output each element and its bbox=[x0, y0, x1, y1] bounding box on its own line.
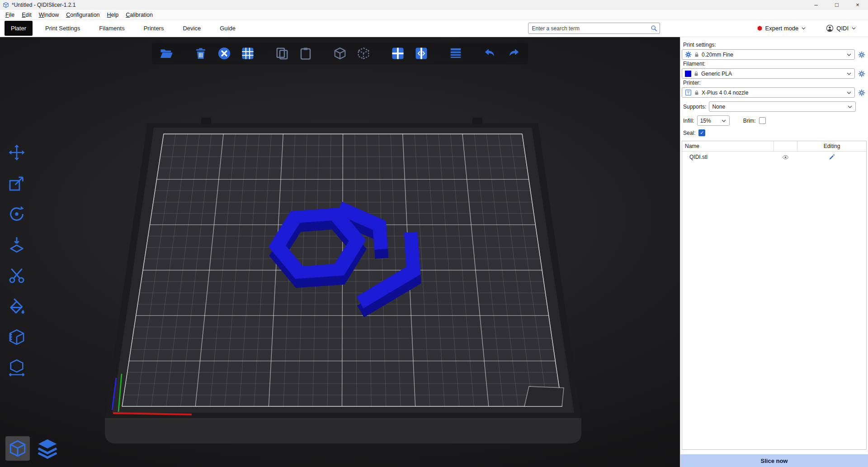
brim-checkbox[interactable] bbox=[759, 117, 766, 124]
object-row[interactable]: QIDI.stl bbox=[682, 152, 866, 162]
tab-device[interactable]: Device bbox=[176, 20, 207, 37]
object-list-header: Name Editing bbox=[682, 141, 866, 152]
maximize-button[interactable]: □ bbox=[826, 0, 847, 10]
close-button[interactable]: × bbox=[847, 0, 868, 10]
view-3d-editor-button[interactable] bbox=[5, 436, 30, 461]
split-parts-icon bbox=[415, 47, 428, 60]
column-editing: Editing bbox=[797, 141, 866, 151]
mode-selector[interactable]: Expert mode bbox=[757, 25, 807, 32]
search-icon[interactable] bbox=[651, 25, 657, 32]
variable-layer-height-button[interactable] bbox=[448, 45, 464, 62]
chevron-down-icon bbox=[846, 52, 852, 57]
x-circle-icon bbox=[217, 47, 231, 60]
place-on-face-button[interactable] bbox=[6, 234, 27, 255]
object-name: QIDI.stl bbox=[682, 154, 774, 160]
seal-label: Seal: bbox=[683, 130, 695, 136]
tab-filaments[interactable]: Filaments bbox=[93, 20, 131, 37]
measure-button[interactable] bbox=[6, 357, 27, 378]
layers-stack-icon bbox=[35, 436, 60, 461]
main-area: Print settings: 0.20mm Fine Filament: bbox=[0, 37, 868, 467]
column-visibility bbox=[774, 141, 797, 151]
add-instance-button[interactable] bbox=[332, 45, 348, 62]
seal-checkbox[interactable] bbox=[698, 129, 705, 136]
qidislicer-window: *Untitled - QIDISlicer-1.2.1 – □ × File … bbox=[0, 0, 868, 467]
split-to-objects-button[interactable] bbox=[390, 45, 406, 62]
flatten-icon bbox=[8, 236, 26, 254]
delete-button[interactable] bbox=[193, 45, 209, 62]
tab-print-settings[interactable]: Print Settings bbox=[39, 20, 86, 37]
filament-gear-button[interactable] bbox=[857, 69, 867, 79]
infill-select[interactable]: 15% bbox=[697, 115, 730, 126]
undo-button[interactable] bbox=[482, 45, 498, 62]
open-file-button[interactable] bbox=[158, 45, 175, 62]
filament-color-swatch bbox=[685, 71, 691, 77]
tab-guide[interactable]: Guide bbox=[213, 20, 242, 37]
print-settings-select[interactable]: 0.20mm Fine bbox=[682, 49, 855, 60]
print-settings-label: Print settings: bbox=[683, 42, 867, 48]
chevron-down-icon bbox=[846, 71, 852, 76]
slice-now-button[interactable]: Slice now bbox=[680, 454, 868, 467]
split-to-parts-button[interactable] bbox=[413, 45, 429, 62]
edit-icon[interactable] bbox=[828, 154, 835, 161]
account-icon bbox=[826, 24, 834, 32]
3d-scene-canvas[interactable] bbox=[0, 37, 680, 467]
lock-icon bbox=[694, 52, 699, 57]
filament-value: Generic PLA bbox=[701, 71, 844, 77]
print-settings-gear-button[interactable] bbox=[857, 50, 867, 60]
delete-all-button[interactable] bbox=[216, 45, 232, 62]
menu-calibration[interactable]: Calibration bbox=[122, 11, 156, 19]
menubar: File Edit Window Configuration Help Cali… bbox=[0, 10, 868, 20]
titlebar: *Untitled - QIDISlicer-1.2.1 – □ × bbox=[0, 0, 868, 10]
account-menu[interactable]: QIDI bbox=[826, 24, 856, 32]
menu-edit[interactable]: Edit bbox=[18, 11, 35, 19]
rotate-button[interactable] bbox=[6, 204, 27, 224]
chevron-down-icon bbox=[801, 26, 806, 31]
printer-select[interactable]: X-Plus 4 0.4 nozzle bbox=[682, 87, 855, 98]
move-button[interactable] bbox=[6, 142, 27, 163]
supports-select[interactable]: None bbox=[709, 101, 856, 112]
3d-cube-icon bbox=[8, 439, 27, 458]
mode-label: Expert mode bbox=[765, 25, 799, 32]
infill-value: 15% bbox=[700, 118, 719, 124]
search-input[interactable] bbox=[528, 23, 660, 34]
filament-select[interactable]: Generic PLA bbox=[682, 68, 855, 79]
chevron-down-icon bbox=[851, 26, 856, 31]
view-preview-button[interactable] bbox=[35, 436, 60, 461]
chevron-down-icon bbox=[721, 118, 726, 124]
sidebar: Print settings: 0.20mm Fine Filament: bbox=[680, 37, 868, 467]
tab-plater[interactable]: Plater bbox=[5, 21, 33, 36]
menu-file[interactable]: File bbox=[2, 11, 18, 19]
copy-icon bbox=[275, 47, 289, 60]
redo-button[interactable] bbox=[505, 45, 522, 62]
view-toggle-bar bbox=[5, 436, 60, 461]
paint-bucket-icon bbox=[8, 297, 26, 315]
seam-paint-button[interactable] bbox=[6, 296, 27, 317]
lock-icon bbox=[694, 90, 699, 95]
paste-button[interactable] bbox=[297, 45, 314, 62]
undo-icon bbox=[483, 47, 497, 60]
bed-corner-notch bbox=[524, 386, 564, 406]
copy-button[interactable] bbox=[274, 45, 290, 62]
cut-button[interactable] bbox=[6, 265, 27, 286]
printer-gear-button[interactable] bbox=[857, 88, 867, 98]
infill-label: Infill: bbox=[683, 118, 694, 124]
add-instance-cube-icon bbox=[333, 47, 347, 60]
printer-label: Printer: bbox=[683, 80, 867, 86]
remove-instance-cube-icon bbox=[357, 47, 370, 60]
minimize-button[interactable]: – bbox=[806, 0, 826, 10]
menu-help[interactable]: Help bbox=[104, 11, 123, 19]
menu-configuration[interactable]: Configuration bbox=[62, 11, 103, 19]
eye-icon[interactable] bbox=[782, 154, 789, 161]
remove-instance-button[interactable] bbox=[355, 45, 372, 62]
fuzzy-skin-button[interactable] bbox=[6, 327, 27, 348]
chevron-down-icon bbox=[847, 104, 853, 110]
search-box bbox=[528, 23, 660, 34]
arrange-button[interactable] bbox=[240, 45, 256, 62]
tab-printers[interactable]: Printers bbox=[137, 20, 170, 37]
expert-mode-icon bbox=[757, 25, 763, 31]
scale-button[interactable] bbox=[6, 173, 27, 194]
tabbar: Plater Print Settings Filaments Printers… bbox=[0, 20, 868, 37]
menu-window[interactable]: Window bbox=[35, 11, 62, 19]
3d-viewport[interactable] bbox=[0, 37, 680, 467]
layer-height-icon bbox=[449, 47, 462, 60]
